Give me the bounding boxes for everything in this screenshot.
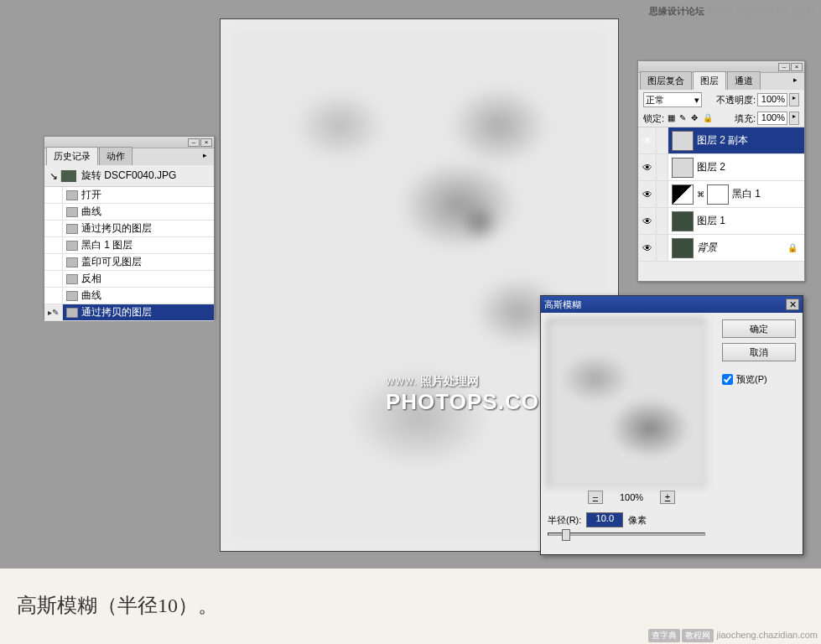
history-state-col[interactable]: ▸✎ xyxy=(44,304,63,320)
lock-all-icon[interactable]: 🔒 xyxy=(703,113,713,123)
layer-item[interactable]: 👁背景🔒 xyxy=(638,235,804,262)
history-state-col[interactable] xyxy=(44,271,63,287)
eye-icon: 👁 xyxy=(642,135,652,147)
history-list: 打开曲线通过拷贝的图层黑白 1 图层盖印可见图层反相曲线▸✎通过拷贝的图层 xyxy=(44,187,214,321)
tab-layers[interactable]: 图层 xyxy=(693,71,726,90)
history-item[interactable]: 盖印可见图层 xyxy=(44,254,214,271)
layer-name: 背景 xyxy=(697,241,717,255)
history-step-icon xyxy=(66,241,78,251)
zoom-in-button[interactable]: + xyxy=(660,491,675,504)
visibility-toggle[interactable]: 👁 xyxy=(638,154,657,180)
layers-list: 👁图层 2 副本👁图层 2👁⌘黑白 1👁图层 1👁背景🔒 xyxy=(638,127,804,262)
minimize-icon[interactable]: – xyxy=(188,138,200,147)
history-state-col[interactable] xyxy=(44,237,63,253)
slider-thumb[interactable] xyxy=(562,529,570,541)
history-item[interactable]: 黑白 1 图层 xyxy=(44,237,214,254)
watermark-url: WWW.MISSYUAN.COM xyxy=(707,6,814,16)
close-icon[interactable]: × xyxy=(791,63,803,71)
cancel-button[interactable]: 取消 xyxy=(722,343,796,361)
layer-item[interactable]: 👁图层 2 副本 xyxy=(638,127,804,154)
layer-item[interactable]: 👁图层 1 xyxy=(638,208,804,235)
radius-slider[interactable] xyxy=(548,532,705,536)
layer-item[interactable]: 👁图层 2 xyxy=(638,154,804,181)
filter-preview[interactable] xyxy=(548,319,705,487)
tab-actions[interactable]: 动作 xyxy=(99,147,133,165)
visibility-toggle[interactable]: 👁 xyxy=(638,235,657,261)
history-state-col[interactable] xyxy=(44,187,63,203)
history-item-label: 打开 xyxy=(81,188,101,202)
radius-label: 半径(R): xyxy=(548,514,581,527)
minimize-icon[interactable]: – xyxy=(778,63,790,71)
history-step-icon xyxy=(66,274,78,284)
layer-thumb-icon xyxy=(672,211,694,231)
history-item[interactable]: ▸✎通过拷贝的图层 xyxy=(44,304,214,321)
visibility-toggle[interactable]: 👁 xyxy=(638,127,657,153)
lock-label: 锁定: xyxy=(643,112,664,125)
history-doc-name: 旋转 DSCF0040.JPG xyxy=(81,169,176,183)
history-item[interactable]: 通过拷贝的图层 xyxy=(44,221,214,237)
history-step-icon xyxy=(66,257,78,267)
history-item[interactable]: 曲线 xyxy=(44,288,214,304)
lock-row: 锁定: ▦ ✎ ✥ 🔒 填充: 100% ▸ xyxy=(638,110,804,127)
fill-input[interactable]: 100% xyxy=(757,112,787,125)
tab-channels[interactable]: 通道 xyxy=(727,71,761,90)
panel-menu-icon[interactable]: ▸ xyxy=(203,151,211,159)
history-item[interactable]: 曲线 xyxy=(44,204,214,221)
blend-mode-select[interactable]: 正常 ▾ xyxy=(643,92,702,107)
bottom-watermark: 查字典 教程网 jiaocheng.chazidian.com xyxy=(648,629,818,642)
visibility-toggle[interactable]: 👁 xyxy=(638,208,657,234)
canvas-watermark: WWW. 照片处理网 PHOTOPS.COM xyxy=(386,374,559,415)
visibility-toggle[interactable]: 👁 xyxy=(638,181,657,207)
history-panel: – × 历史记录 动作 ▸ ↘ 旋转 DSCF0040.JPG 打开曲线通过拷贝… xyxy=(44,136,215,319)
history-snapshot[interactable]: ↘ 旋转 DSCF0040.JPG xyxy=(44,165,214,187)
layer-mask-thumb-icon xyxy=(707,184,729,205)
lock-pixels-icon[interactable]: ✎ xyxy=(679,113,689,123)
top-watermark: 思缘设计论坛 WWW.MISSYUAN.COM xyxy=(649,5,814,18)
layer-item[interactable]: 👁⌘黑白 1 xyxy=(638,181,804,208)
tab-history[interactable]: 历史记录 xyxy=(46,147,98,165)
history-state-col[interactable] xyxy=(44,221,63,236)
history-step-icon xyxy=(66,291,78,301)
lock-position-icon[interactable]: ✥ xyxy=(691,113,701,123)
preview-checkbox-label[interactable]: 预览(P) xyxy=(722,373,796,386)
history-item-label: 通过拷贝的图层 xyxy=(81,221,152,236)
fill-flyout-icon[interactable]: ▸ xyxy=(789,112,799,125)
preview-checkbox[interactable] xyxy=(722,374,733,385)
radius-input[interactable]: 10.0 xyxy=(586,512,623,527)
history-item[interactable]: 打开 xyxy=(44,187,214,204)
link-col[interactable] xyxy=(657,208,668,234)
eye-icon: 👁 xyxy=(642,216,652,227)
dialog-title: 高斯模糊 xyxy=(544,299,581,311)
tutorial-caption: 高斯模糊（半径10）。 xyxy=(17,592,218,619)
link-col[interactable] xyxy=(657,181,668,207)
opacity-input[interactable]: 100% xyxy=(757,93,787,106)
history-item[interactable]: 反相 xyxy=(44,271,214,288)
link-col[interactable] xyxy=(657,154,668,180)
dialog-titlebar[interactable]: 高斯模糊 ✕ xyxy=(541,296,803,313)
ok-button[interactable]: 确定 xyxy=(722,319,796,338)
tab-layer-comps[interactable]: 图层复合 xyxy=(640,71,692,90)
close-icon[interactable]: ✕ xyxy=(786,299,799,310)
layer-thumb-icon xyxy=(672,184,694,205)
zoom-out-button[interactable]: – xyxy=(588,491,603,504)
link-col[interactable] xyxy=(657,127,668,153)
gaussian-blur-dialog: 高斯模糊 ✕ – 100% + 半径(R): 10.0 像素 xyxy=(540,295,803,555)
close-icon[interactable]: × xyxy=(200,138,212,147)
link-chain-icon[interactable]: ⌘ xyxy=(697,190,704,199)
history-state-col[interactable] xyxy=(44,288,63,304)
history-state-col[interactable] xyxy=(44,254,63,270)
fill-label: 填充: xyxy=(735,112,756,125)
lock-transparency-icon[interactable]: ▦ xyxy=(668,113,678,123)
chevron-down-icon: ▾ xyxy=(694,95,699,106)
history-step-icon xyxy=(66,190,78,200)
panel-menu-icon[interactable]: ▸ xyxy=(793,75,802,84)
opacity-flyout-icon[interactable]: ▸ xyxy=(789,93,799,106)
history-item-label: 盖印可见图层 xyxy=(81,255,142,269)
history-state-col[interactable] xyxy=(44,204,63,220)
link-col[interactable] xyxy=(657,235,668,261)
layer-name: 黑白 1 xyxy=(732,187,761,201)
workspace: 思缘设计论坛 WWW.MISSYUAN.COM WWW. 照片处理网 PHOTO… xyxy=(0,0,821,569)
snapshot-marker[interactable]: ↘ xyxy=(49,170,61,182)
eye-icon: 👁 xyxy=(642,162,652,174)
eye-icon: 👁 xyxy=(642,189,652,200)
